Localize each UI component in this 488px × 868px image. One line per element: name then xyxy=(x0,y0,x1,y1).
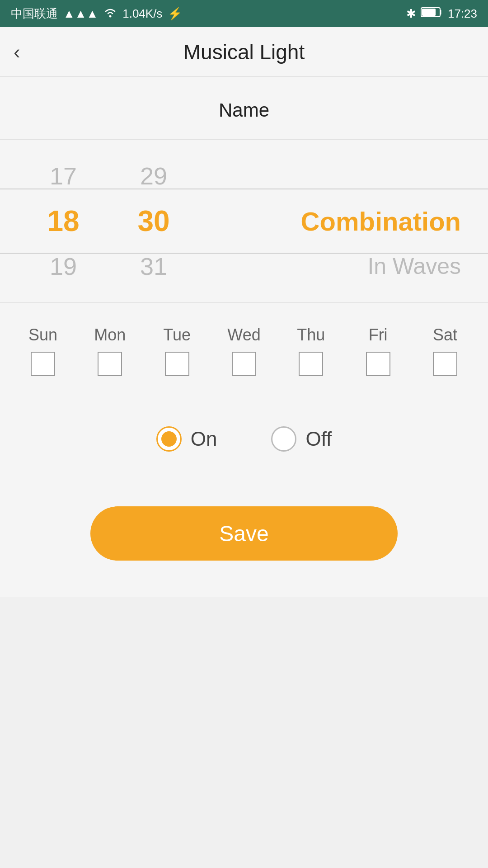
day-thu-checkbox[interactable] xyxy=(299,352,323,376)
app-bar: ‹ Musical Light xyxy=(0,27,488,77)
day-fri-checkbox[interactable] xyxy=(366,352,390,376)
mode-picker-col[interactable]: Combination In Waves xyxy=(199,153,470,289)
bluetooth-icon: ✱ xyxy=(406,7,416,21)
name-label: Name xyxy=(219,99,269,121)
minute-prev: 29 xyxy=(108,153,199,198)
hour-next: 19 xyxy=(18,244,108,289)
day-tue: Tue xyxy=(148,326,206,376)
day-sat: Sat xyxy=(416,326,474,376)
days-row: Sun Mon Tue Wed Thu Fri Sat xyxy=(14,326,474,376)
usb-icon: ⚡ xyxy=(168,7,182,21)
signal-icon: ▲▲▲ xyxy=(63,7,98,21)
bottom-fill xyxy=(0,597,488,642)
off-label: Off xyxy=(305,428,332,450)
minute-next: 31 xyxy=(108,244,199,289)
days-section: Sun Mon Tue Wed Thu Fri Sat xyxy=(0,303,488,399)
carrier-label: 中国联通 xyxy=(11,6,58,22)
name-section: Name xyxy=(0,77,488,140)
day-fri-label: Fri xyxy=(369,326,388,344)
status-right: ✱ ⚡ 17:23 xyxy=(406,6,477,21)
save-section: Save xyxy=(0,479,488,597)
off-radio[interactable]: Off xyxy=(271,426,332,452)
status-left: 中国联通 ▲▲▲ 1.04K/s ⚡ xyxy=(11,6,182,22)
day-wed-label: Wed xyxy=(227,326,260,344)
day-sat-label: Sat xyxy=(433,326,457,344)
save-button[interactable]: Save xyxy=(90,506,398,561)
day-mon-label: Mon xyxy=(94,326,126,344)
mode-next: In Waves xyxy=(199,244,461,289)
back-button[interactable]: ‹ xyxy=(14,41,41,63)
day-sun: Sun xyxy=(14,326,72,376)
day-thu: Thu xyxy=(282,326,340,376)
page-title: Musical Light xyxy=(183,40,305,64)
time-picker[interactable]: 17 18 19 29 30 31 Combination In Waves xyxy=(0,140,488,302)
day-tue-checkbox[interactable] xyxy=(165,352,189,376)
on-radio-inner xyxy=(161,431,177,447)
svg-point-0 xyxy=(109,15,112,17)
day-tue-label: Tue xyxy=(163,326,191,344)
day-sat-checkbox[interactable] xyxy=(433,352,457,376)
hour-prev: 17 xyxy=(18,153,108,198)
battery-icon: ⚡ xyxy=(421,6,443,21)
day-fri: Fri xyxy=(349,326,408,376)
svg-rect-2 xyxy=(422,9,436,16)
day-sun-label: Sun xyxy=(28,326,57,344)
wifi-icon xyxy=(103,7,117,21)
on-radio[interactable]: On xyxy=(156,426,217,452)
picker-section: 17 18 19 29 30 31 Combination In Waves xyxy=(0,140,488,303)
day-sun-checkbox[interactable] xyxy=(31,352,55,376)
off-radio-circle xyxy=(271,426,296,452)
day-mon-checkbox[interactable] xyxy=(98,352,122,376)
on-label: On xyxy=(191,428,217,450)
onoff-section: On Off xyxy=(0,399,488,479)
speed-label: 1.04K/s xyxy=(122,7,162,21)
day-wed: Wed xyxy=(215,326,273,376)
mode-prev xyxy=(199,153,461,198)
svg-text:⚡: ⚡ xyxy=(443,10,443,16)
time-label: 17:23 xyxy=(448,7,477,21)
day-mon: Mon xyxy=(80,326,139,376)
on-radio-circle xyxy=(156,426,182,452)
minute-picker-col[interactable]: 29 30 31 xyxy=(108,153,199,289)
minute-selected: 30 xyxy=(108,198,199,244)
hour-picker-col[interactable]: 17 18 19 xyxy=(18,153,108,289)
mode-selected: Combination xyxy=(199,198,461,244)
day-thu-label: Thu xyxy=(297,326,325,344)
status-bar: 中国联通 ▲▲▲ 1.04K/s ⚡ ✱ ⚡ 17:23 xyxy=(0,0,488,27)
day-wed-checkbox[interactable] xyxy=(232,352,256,376)
hour-selected: 18 xyxy=(18,198,108,244)
